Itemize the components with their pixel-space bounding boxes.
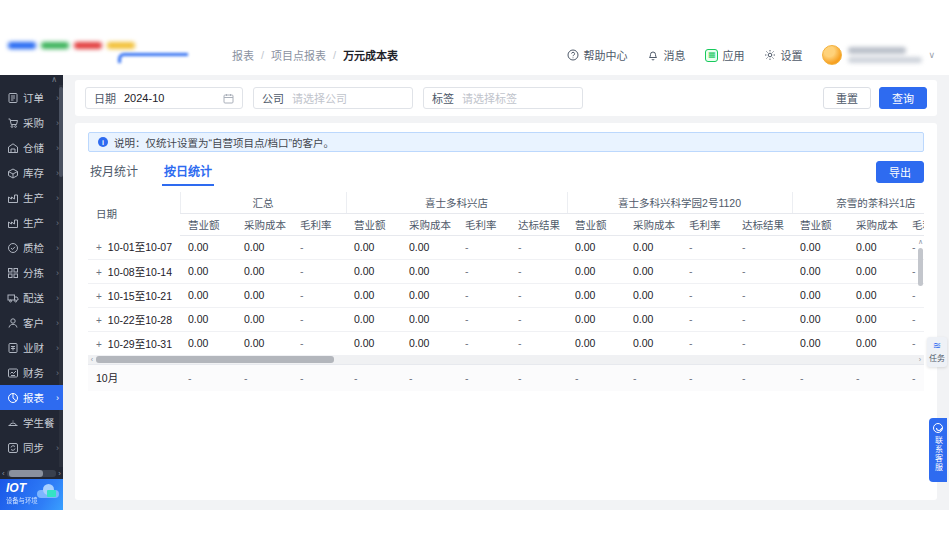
expand-row-icon[interactable]: +	[96, 291, 102, 302]
expand-row-icon[interactable]: +	[96, 339, 102, 350]
table-horizontal-scrollbar[interactable]: ‹ ›	[88, 356, 924, 365]
sidebar-item-质检[interactable]: 质检›	[0, 235, 63, 260]
company-logo[interactable]	[0, 36, 210, 74]
sidebar-item-配送[interactable]: 配送›	[0, 285, 63, 310]
breadcrumb-item[interactable]: 报表	[232, 47, 254, 63]
sidebar-item-业财[interactable]: 业财›	[0, 335, 63, 360]
cell-value: 0.00	[848, 283, 904, 307]
sidebar-horizontal-scrollbar[interactable]: ‹ ›	[0, 467, 63, 479]
cell-value: 0.00	[401, 307, 457, 331]
cell-value: -	[457, 259, 510, 283]
avatar	[822, 45, 842, 65]
sidebar-item-生产[interactable]: 生产›	[0, 210, 63, 235]
settings-button[interactable]: 设置	[764, 47, 802, 63]
sidebar-item-学生餐[interactable]: 学生餐	[0, 410, 63, 435]
export-button[interactable]: 导出	[876, 161, 924, 183]
task-panel-button[interactable]: ≋ 任务	[927, 337, 947, 367]
apps-button[interactable]: ▦ 应用	[705, 47, 744, 63]
company-filter-placeholder: 请选择公司	[292, 90, 404, 106]
apps-label: 应用	[722, 47, 744, 63]
contact-service-button[interactable]: 联系客服	[929, 418, 947, 482]
sidebar-item-财务[interactable]: 财务›	[0, 360, 63, 385]
sidebar-item-同步[interactable]: 同步›	[0, 435, 63, 460]
cell-value: 0.00	[567, 235, 625, 259]
summary-cell-value: -	[792, 365, 848, 391]
iot-banner[interactable]: IOT 设备与环境	[0, 479, 63, 510]
cell-value: 0.00	[848, 331, 904, 355]
col-header: 采购成本	[625, 213, 681, 235]
row-date: 10-08至10-14	[108, 266, 172, 278]
summary-cell-value: -	[734, 365, 792, 391]
reset-button[interactable]: 重置	[823, 87, 871, 109]
sidebar-item-报表[interactable]: 报表›	[0, 385, 63, 410]
sidebar-item-label: 同步	[23, 440, 52, 455]
table-vertical-scrollbar[interactable]: ∧	[917, 238, 924, 356]
sidebar-item-订单[interactable]: 订单›	[0, 85, 63, 110]
tab-按月统计[interactable]: 按月统计	[88, 162, 140, 186]
date-filter[interactable]: 日期 2024-10	[85, 87, 243, 109]
group-header: 汇总	[180, 192, 346, 213]
cell-value: 0.00	[236, 307, 292, 331]
sidebar-item-库存[interactable]: 库存›	[0, 160, 63, 185]
user-menu[interactable]: ∨	[822, 45, 935, 65]
hscroll-thumb[interactable]	[96, 356, 334, 363]
production-icon	[7, 192, 19, 204]
sidebar-item-客户[interactable]: 客户›	[0, 310, 63, 335]
cell-value: 0.00	[346, 259, 401, 283]
row-date: 10-29至10-31	[108, 338, 172, 350]
cell-value: 0.00	[567, 259, 625, 283]
bell-icon	[647, 49, 659, 61]
scroll-up-icon[interactable]: ∧	[917, 238, 924, 246]
cell-value: 0.00	[401, 235, 457, 259]
cell-value: 0.00	[346, 283, 401, 307]
cell-value: 0.00	[792, 307, 848, 331]
scroll-right-icon[interactable]: ›	[916, 355, 924, 364]
cloud-box-icon	[47, 490, 56, 497]
summary-cell-value: -	[180, 365, 236, 391]
summary-cell-value: -	[681, 365, 734, 391]
cell-value: 0.00	[567, 283, 625, 307]
cell-value: -	[292, 235, 346, 259]
delivery-icon	[7, 292, 19, 304]
tag-filter[interactable]: 标签 请选择标签	[423, 87, 583, 109]
sidebar-item-仓储[interactable]: 仓储›	[0, 135, 63, 160]
quality-icon	[7, 242, 19, 254]
cell-value: -	[510, 283, 567, 307]
date-filter-value: 2024-10	[124, 92, 215, 104]
chevron-right-icon: ›	[56, 143, 60, 153]
cell-value: 0.00	[236, 331, 292, 355]
app-window: 报表/项目点报表/万元成本表 帮助中心 消息 ▦ 应用 设置 ∨	[0, 0, 949, 548]
help-center-button[interactable]: 帮助中心	[567, 47, 627, 63]
cell-value: 0.00	[236, 283, 292, 307]
customer-icon	[7, 317, 19, 329]
expand-row-icon[interactable]: +	[96, 242, 102, 253]
sidebar-item-生产[interactable]: 生产›	[0, 185, 63, 210]
query-button[interactable]: 查询	[879, 87, 927, 109]
expand-row-icon[interactable]: +	[96, 315, 102, 326]
messages-button[interactable]: 消息	[647, 47, 685, 63]
expand-row-icon[interactable]: +	[96, 267, 102, 278]
cell-value: 0.00	[180, 259, 236, 283]
breadcrumb: 报表/项目点报表/万元成本表	[232, 47, 398, 63]
cell-value: 0.00	[180, 235, 236, 259]
scroll-right-icon[interactable]: ›	[58, 469, 61, 478]
breadcrumb-item[interactable]: 项目点报表	[271, 47, 326, 63]
warehouse-icon	[7, 142, 19, 154]
group-header: 奈雪的茶科兴1店	[792, 192, 924, 213]
sidebar-item-分拣[interactable]: 分拣›	[0, 260, 63, 285]
group-header: 喜士多科兴科学园2号1120	[567, 192, 792, 213]
cell-value: 0.00	[625, 331, 681, 355]
summary-cell-value: -	[625, 365, 681, 391]
cell-value: 0.00	[236, 235, 292, 259]
messages-label: 消息	[663, 47, 685, 63]
cell-value: 0.00	[180, 307, 236, 331]
company-filter[interactable]: 公司 请选择公司	[253, 87, 413, 109]
report-card: i 说明：仅统计设置为“自营项目点/档口”的客户。 按月统计按日统计导出 日期汇…	[75, 123, 937, 500]
sidebar-item-采购[interactable]: 采购›	[0, 110, 63, 135]
vscroll-thumb[interactable]	[918, 248, 923, 286]
sidebar-scroll-up-icon[interactable]: ∧	[0, 75, 63, 85]
chevron-right-icon: ›	[56, 318, 60, 328]
tab-按日统计[interactable]: 按日统计	[162, 162, 214, 186]
scroll-left-icon[interactable]: ‹	[2, 469, 5, 478]
scroll-left-icon[interactable]: ‹	[88, 355, 96, 364]
